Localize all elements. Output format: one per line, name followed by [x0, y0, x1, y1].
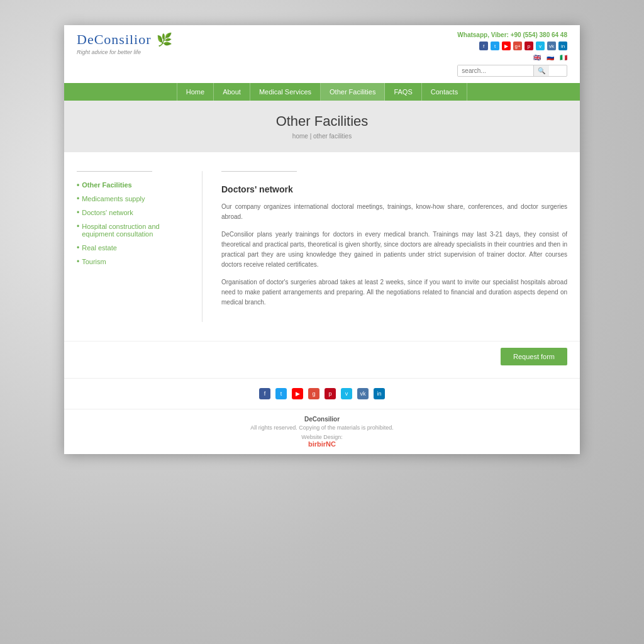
article: Doctors' network Our company organizes i…: [203, 171, 567, 322]
article-paragraph-2: DeConsilior plans yearly trainings for d…: [221, 230, 567, 270]
breadcrumb-home[interactable]: home: [292, 133, 308, 140]
flag-en[interactable]: 🇬🇧: [530, 54, 541, 62]
linkedin-icon[interactable]: in: [558, 42, 567, 50]
sidebar-item-real-estate[interactable]: Real estate: [77, 244, 189, 252]
sidebar-item-medicaments[interactable]: Medicaments supply: [77, 195, 189, 203]
logo: DeConsilior 🌿: [77, 31, 173, 48]
googleplus-icon[interactable]: g+: [513, 42, 522, 50]
article-divider: [221, 171, 297, 172]
nav-other-facilities[interactable]: Other Facilities: [321, 83, 385, 101]
sidebar-item-tourism[interactable]: Tourism: [77, 258, 189, 265]
logo-leaf-icon: 🌿: [157, 32, 173, 47]
viber-icon[interactable]: v: [536, 42, 545, 50]
search-bar: 🔍: [457, 65, 567, 77]
twitter-icon[interactable]: t: [491, 42, 499, 50]
footer-design: Website Design: birbirNC: [70, 434, 574, 448]
sidebar: Other Facilities Medicaments supply Doct…: [77, 171, 203, 322]
pinterest-icon[interactable]: p: [525, 42, 533, 50]
sidebar-item-doctors-network[interactable]: Doctors' network: [77, 209, 189, 216]
nav-contacts[interactable]: Contacts: [422, 83, 467, 101]
footer-bottom: DeConsilior All rights reserved. Copying…: [64, 409, 580, 454]
header-right: Whatsapp, Viber: +90 (554) 380 64 48 f t…: [457, 31, 567, 77]
article-paragraph-1: Our company organizes international doct…: [221, 202, 567, 222]
search-button[interactable]: 🔍: [533, 65, 549, 76]
logo-tagline: Right advice for better life: [77, 49, 173, 55]
sidebar-item-hospital-construction[interactable]: Hospital construction and equipment cons…: [77, 223, 189, 238]
nav-home[interactable]: Home: [177, 83, 214, 101]
footer-googleplus-icon[interactable]: g: [308, 388, 319, 399]
phone-number: +90 (554) 380 64 48: [511, 31, 567, 38]
search-input[interactable]: [458, 65, 533, 76]
nav-faqs[interactable]: FAQS: [385, 83, 421, 101]
logo-name: DeConsilior: [77, 31, 152, 47]
request-area: Request form: [64, 341, 580, 378]
footer-viber-icon[interactable]: v: [341, 388, 352, 399]
request-form-button[interactable]: Request form: [501, 348, 567, 365]
page-banner: Other Facilities home | other facilities: [64, 101, 580, 152]
facebook-icon[interactable]: f: [479, 42, 488, 50]
nav-about[interactable]: About: [214, 83, 250, 101]
page-banner-title: Other Facilities: [77, 113, 567, 130]
footer-youtube-icon[interactable]: ▶: [292, 388, 303, 399]
logo-area: DeConsilior 🌿 Right advice for better li…: [77, 31, 173, 55]
main-content: Other Facilities Medicaments supply Doct…: [64, 152, 580, 341]
article-title: Doctors' network: [221, 184, 567, 194]
sidebar-item-other-facilities[interactable]: Other Facilities: [77, 181, 189, 189]
footer-rights: All rights reserved. Copying of the mate…: [70, 425, 574, 431]
footer-facebook-icon[interactable]: f: [259, 388, 270, 399]
article-paragraph-3: Organisation of doctor's surgeries abroa…: [221, 277, 567, 308]
footer-brand-name: birNC: [317, 440, 336, 448]
breadcrumb-separator: |: [310, 133, 312, 140]
youtube-icon[interactable]: ▶: [502, 42, 511, 50]
site-header: DeConsilior 🌿 Right advice for better li…: [64, 25, 580, 83]
nav-medical-services[interactable]: Medical Services: [250, 83, 321, 101]
footer-company: DeConsilior: [70, 416, 574, 423]
lang-flags: 🇬🇧 🇷🇺 🇮🇹: [457, 54, 567, 62]
sidebar-divider: [77, 171, 152, 172]
vk-icon[interactable]: vk: [547, 42, 556, 50]
footer-vk-icon[interactable]: vk: [357, 388, 369, 399]
footer-design-brand: birbirNC: [70, 440, 574, 448]
flag-ru[interactable]: 🇷🇺: [543, 54, 554, 62]
footer-design-label: Website Design:: [301, 434, 342, 440]
footer-pinterest-icon[interactable]: p: [325, 388, 336, 399]
nav-bar: Home About Medical Services Other Facili…: [64, 83, 580, 101]
breadcrumb: home | other facilities: [77, 133, 567, 140]
footer-twitter-icon[interactable]: t: [275, 388, 287, 399]
social-icons: f t ▶ g+ p v vk in: [457, 42, 567, 50]
phone-line: Whatsapp, Viber: +90 (554) 380 64 48: [457, 31, 567, 38]
flag-it[interactable]: 🇮🇹: [556, 54, 567, 62]
footer-social: f t ▶ g p v vk in: [64, 378, 580, 409]
footer-linkedin-icon[interactable]: in: [374, 388, 385, 399]
phone-label: Whatsapp, Viber:: [457, 31, 509, 38]
breadcrumb-current: other facilities: [313, 133, 352, 140]
